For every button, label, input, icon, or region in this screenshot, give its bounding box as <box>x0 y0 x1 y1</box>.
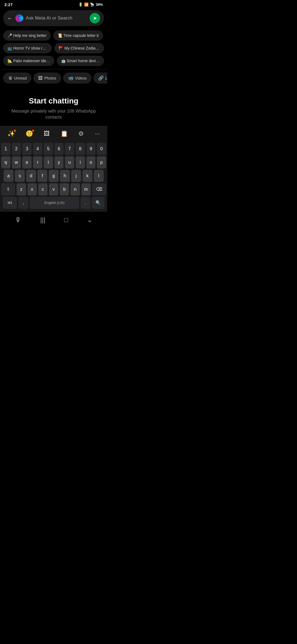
tab-unread[interactable]: 🖥 Unread <box>3 73 31 83</box>
keyboard-row-zxcv: ⇧ z x c v b n m ⌫ <box>1 183 106 195</box>
filter-tabs: 🖥 Unread 🖼 Photos 📹 Videos 🔗 L <box>0 69 107 86</box>
suggestions-area: 🎤 Help me sing better 📜 Time capsule let… <box>0 29 107 69</box>
keyboard-row-bottom: !#1 , English (US) . 🔍 <box>1 197 106 209</box>
key-b[interactable]: b <box>60 183 69 195</box>
key-6[interactable]: 6 <box>54 143 64 155</box>
key-0[interactable]: 0 <box>97 143 106 155</box>
pill-sing[interactable]: 🎤 Help me sing better <box>3 31 51 40</box>
signal-icon: 📡 <box>90 2 94 7</box>
keyboard-row-numbers: 1 2 3 4 5 6 7 8 9 0 <box>1 143 106 155</box>
key-7[interactable]: 7 <box>65 143 74 155</box>
key-c[interactable]: c <box>38 183 48 195</box>
tab-videos[interactable]: 📹 Videos <box>63 73 92 83</box>
key-l[interactable]: l <box>94 170 104 182</box>
pill-zodiac[interactable]: 🚩 My Chinese Zodiac $ <box>54 43 104 53</box>
key-k[interactable]: k <box>82 170 92 182</box>
ai-toolbar-button[interactable]: ✨ <box>5 129 17 138</box>
key-shift[interactable]: ⇧ <box>1 183 15 195</box>
pill-smarthome[interactable]: 🤖 Smart home device <box>57 56 104 66</box>
menu-icon: ||| <box>40 216 45 223</box>
emoji-badge <box>32 130 34 132</box>
key-w[interactable]: w <box>12 156 21 168</box>
links-icon: 🔗 <box>98 75 104 81</box>
key-x[interactable]: x <box>28 183 37 195</box>
tab-videos-label: Videos <box>75 76 87 80</box>
clipboard-toolbar-button[interactable]: 📋 <box>58 129 70 138</box>
search-bar: ← ➤ <box>3 10 104 26</box>
start-chatting-subtitle: Message privately with your 106 WhatsApp… <box>4 108 103 121</box>
unread-icon: 🖥 <box>8 76 12 81</box>
key-symbols[interactable]: !#1 <box>3 197 17 209</box>
key-space[interactable]: English (US) <box>30 197 79 209</box>
more-toolbar-button[interactable]: ··· <box>92 129 102 138</box>
main-content: Start chatting Message privately with yo… <box>0 86 107 126</box>
tab-unread-label: Unread <box>14 76 27 80</box>
key-i[interactable]: i <box>76 156 85 168</box>
pill-horror[interactable]: 📺 Horror TV show recs <box>3 43 52 53</box>
meta-ai-logo <box>15 14 23 22</box>
key-n[interactable]: n <box>70 183 80 195</box>
keyboard-row-asdf: a s d f g h j k l <box>1 170 106 182</box>
menu-button[interactable]: ||| <box>36 214 50 225</box>
keyboard-row-qwerty: q w e r t y u i o p <box>1 156 106 168</box>
key-j[interactable]: j <box>71 170 81 182</box>
key-a[interactable]: a <box>4 170 13 182</box>
key-h[interactable]: h <box>60 170 70 182</box>
keyboard: 1 2 3 4 5 6 7 8 9 0 q w e r t y u i o p … <box>0 141 107 211</box>
down-button[interactable]: ⌄ <box>82 214 97 225</box>
battery-percent: 38% <box>96 2 103 7</box>
key-t[interactable]: t <box>44 156 53 168</box>
key-3[interactable]: 3 <box>22 143 32 155</box>
sticker-toolbar-button[interactable]: 🖼 <box>42 129 52 138</box>
key-p[interactable]: p <box>97 156 106 168</box>
mic-button[interactable]: 🎙 <box>10 214 26 225</box>
key-9[interactable]: 9 <box>86 143 96 155</box>
tab-photos[interactable]: 🖼 Photos <box>34 73 61 83</box>
suggestion-row-3: 🏡 Patio makeover ideas 🤖 Smart home devi… <box>3 56 104 66</box>
key-v[interactable]: v <box>49 183 58 195</box>
time: 2:27 <box>4 2 13 7</box>
key-4[interactable]: 4 <box>33 143 42 155</box>
key-s[interactable]: s <box>15 170 25 182</box>
key-5[interactable]: 5 <box>44 143 53 155</box>
status-bar: 2:27 🔋 📶 📡 38% <box>0 0 107 8</box>
key-8[interactable]: 8 <box>76 143 85 155</box>
key-e[interactable]: e <box>22 156 32 168</box>
key-comma[interactable]: , <box>18 197 28 209</box>
mic-icon: 🎙 <box>15 216 21 223</box>
emoji-toolbar-button[interactable]: 🙂 <box>23 129 35 138</box>
key-m[interactable]: m <box>81 183 91 195</box>
pill-patio[interactable]: 🏡 Patio makeover ideas <box>3 56 54 66</box>
sticker-icon: 🖼 <box>44 130 50 137</box>
key-o[interactable]: o <box>86 156 96 168</box>
search-input[interactable] <box>26 15 87 21</box>
key-r[interactable]: r <box>33 156 42 168</box>
key-period[interactable]: . <box>81 197 90 209</box>
key-q[interactable]: q <box>1 156 10 168</box>
keyboard-toolbar: ✨ 🙂 🖼 📋 ⚙ ··· <box>0 126 107 141</box>
tab-links[interactable]: 🔗 L <box>94 73 107 83</box>
back-button[interactable]: ← <box>7 15 13 21</box>
key-backspace[interactable]: ⌫ <box>92 183 106 195</box>
down-icon: ⌄ <box>87 216 92 223</box>
key-search[interactable]: 🔍 <box>92 197 105 209</box>
tab-photos-label: Photos <box>44 76 56 80</box>
wifi-icon: 📶 <box>84 2 89 7</box>
key-z[interactable]: z <box>16 183 26 195</box>
key-y[interactable]: y <box>54 156 64 168</box>
key-f[interactable]: f <box>37 170 47 182</box>
home-button[interactable]: □ <box>60 214 73 225</box>
suggestion-row-1: 🎤 Help me sing better 📜 Time capsule let… <box>3 31 104 40</box>
key-1[interactable]: 1 <box>1 143 10 155</box>
settings-toolbar-button[interactable]: ⚙ <box>76 129 86 138</box>
send-button[interactable]: ➤ <box>90 13 100 23</box>
key-g[interactable]: g <box>49 170 59 182</box>
key-d[interactable]: d <box>26 170 36 182</box>
status-icons: 🔋 📶 📡 38% <box>78 2 103 7</box>
pill-capsule[interactable]: 📜 Time capsule letter ti <box>53 31 103 40</box>
bottom-nav: 🎙 ||| □ ⌄ <box>0 211 107 230</box>
start-chatting-title: Start chatting <box>4 97 103 105</box>
videos-icon: 📹 <box>68 75 73 81</box>
key-2[interactable]: 2 <box>12 143 21 155</box>
key-u[interactable]: u <box>65 156 74 168</box>
